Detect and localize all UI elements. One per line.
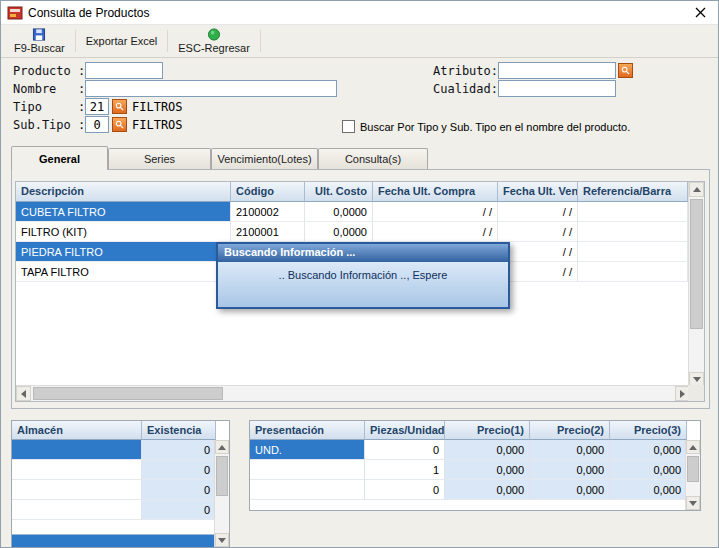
- close-button[interactable]: [682, 1, 718, 24]
- subtipo-code-input[interactable]: [85, 116, 109, 133]
- header-presentacion[interactable]: Presentación: [250, 421, 365, 440]
- scroll-thumb[interactable]: [690, 199, 703, 329]
- v-scrollbar[interactable]: [688, 182, 704, 387]
- nombre-label: Nombre :: [13, 82, 85, 96]
- scroll-up-button[interactable]: [215, 440, 229, 454]
- table-row[interactable]: 0: [12, 440, 216, 460]
- cell-fecha-venta: / /: [498, 202, 578, 222]
- cualidad-label: Cualidad:: [433, 82, 498, 96]
- table-row[interactable]: UND. 0 0,000 0,000 0,000: [250, 440, 687, 460]
- exportar-excel-label: Exportar Excel: [86, 35, 158, 47]
- cell-precio1: 0,000: [445, 440, 530, 460]
- scrollbar-corner: [688, 385, 704, 401]
- tab-series[interactable]: Series: [108, 148, 211, 169]
- header-precio1[interactable]: Precio(1): [445, 421, 530, 440]
- scroll-thumb[interactable]: [216, 456, 228, 496]
- cell-almacen: [12, 480, 142, 500]
- dialog-message: .. Buscando Información .., Espere: [218, 262, 508, 307]
- f9-buscar-button[interactable]: F9-Buscar: [5, 27, 74, 55]
- nombre-input[interactable]: [85, 80, 337, 97]
- scroll-left-button[interactable]: [16, 386, 31, 401]
- up-arrow-icon: [218, 445, 226, 450]
- producto-input[interactable]: [85, 62, 163, 79]
- toolbar-separator: [260, 30, 261, 52]
- atributo-search-button[interactable]: [618, 63, 633, 78]
- scroll-thumb[interactable]: [33, 387, 223, 400]
- toolbar-separator: [167, 30, 168, 52]
- table-row[interactable]: FILTRO (KIT) 2100001 0,0000 / / / /: [16, 222, 688, 242]
- header-referencia[interactable]: Referencia/Barra: [578, 182, 688, 202]
- cell-precio1: 0,000: [445, 460, 530, 480]
- tab-general-label: General: [39, 153, 80, 165]
- exportar-excel-button[interactable]: Exportar Excel: [77, 27, 167, 55]
- buscar-tipo-checkbox-row: Buscar Por Tipo y Sub. Tipo en el nombre…: [342, 120, 630, 133]
- tipo-label: Tipo :: [13, 100, 85, 114]
- table-row[interactable]: 1 0,000 0,000 0,000: [250, 460, 687, 480]
- subtipo-search-button[interactable]: [112, 117, 127, 132]
- subtipo-label: Sub.Tipo :: [13, 118, 85, 132]
- buscar-tipo-checkbox-label: Buscar Por Tipo y Sub. Tipo en el nombre…: [360, 121, 630, 133]
- cell-precio1: 0,000: [445, 480, 530, 500]
- cell-descripcion: FILTRO (KIT): [16, 222, 231, 242]
- table-row[interactable]: 0: [12, 500, 216, 520]
- header-precio2[interactable]: Precio(2): [530, 421, 610, 440]
- esc-regresar-button[interactable]: ESC-Regresar: [169, 27, 259, 55]
- header-ult-costo[interactable]: Ult. Costo: [305, 182, 373, 202]
- magnifier-icon: [621, 66, 630, 75]
- dialog-title: Buscando Información ...: [218, 244, 508, 262]
- cell-referencia: [578, 262, 688, 282]
- regresar-icon: [207, 28, 221, 41]
- buscando-dialog: Buscando Información ... .. Buscando Inf…: [216, 242, 510, 309]
- scroll-up-button[interactable]: [689, 182, 704, 197]
- cell-precio3: 0,000: [610, 480, 687, 500]
- down-arrow-icon: [689, 501, 697, 506]
- almacen-grid: Almacén Existencia 0 0 0 0: [11, 420, 230, 548]
- cell-descripcion: TAPA FILTRO: [16, 262, 231, 282]
- table-row[interactable]: 0: [12, 480, 216, 500]
- atributo-input[interactable]: [498, 62, 616, 79]
- header-codigo[interactable]: Código: [231, 182, 305, 202]
- toolbar-separator: [75, 30, 76, 52]
- v-scrollbar[interactable]: [685, 440, 700, 510]
- header-fecha-venta[interactable]: Fecha Ult. Venta: [498, 182, 578, 202]
- scroll-up-button[interactable]: [686, 440, 700, 454]
- header-existencia[interactable]: Existencia: [142, 421, 216, 440]
- window-title: Consulta de Productos: [28, 6, 149, 20]
- cell-codigo: 2100001: [231, 222, 305, 242]
- cell-referencia: [578, 242, 688, 262]
- tab-consultas[interactable]: Consulta(s): [318, 148, 428, 169]
- header-fecha-compra[interactable]: Fecha Ult. Compra: [373, 182, 498, 202]
- right-arrow-icon: [680, 390, 685, 398]
- header-almacen[interactable]: Almacén: [12, 421, 142, 440]
- esc-regresar-label: ESC-Regresar: [178, 42, 250, 54]
- tab-general[interactable]: General: [11, 146, 108, 170]
- table-row[interactable]: CUBETA FILTRO 2100002 0,0000 / / / /: [16, 202, 688, 222]
- cell-presentacion: UND.: [250, 440, 365, 460]
- scroll-down-button[interactable]: [686, 496, 700, 510]
- header-piezas-unidad[interactable]: Piezas/Unidad: [365, 421, 445, 440]
- up-arrow-icon: [693, 187, 701, 192]
- buscar-tipo-checkbox[interactable]: [342, 120, 355, 133]
- cell-presentacion: [250, 460, 365, 480]
- tab-consultas-label: Consulta(s): [345, 153, 401, 165]
- table-row[interactable]: 0: [12, 460, 216, 480]
- tipo-search-button[interactable]: [112, 99, 127, 114]
- table-row[interactable]: 0 0,000 0,000 0,000: [250, 480, 687, 500]
- cell-existencia: 0: [142, 500, 216, 520]
- scroll-thumb[interactable]: [687, 456, 699, 482]
- cualidad-input[interactable]: [498, 80, 616, 97]
- header-precio3[interactable]: Precio(3): [610, 421, 687, 440]
- titlebar: Consulta de Productos: [1, 1, 718, 25]
- producto-label: Producto :: [13, 64, 85, 78]
- cell-precio3: 0,000: [610, 460, 687, 480]
- v-scrollbar[interactable]: [214, 440, 229, 547]
- h-scrollbar[interactable]: [16, 385, 690, 401]
- scroll-down-button[interactable]: [215, 533, 229, 547]
- cell-fecha-compra: / /: [373, 202, 498, 222]
- cell-referencia: [578, 202, 688, 222]
- tipo-code-input[interactable]: [85, 98, 109, 115]
- header-descripcion[interactable]: Descripción: [16, 182, 231, 202]
- tab-vencimiento[interactable]: Vencimiento(Lotes): [211, 148, 318, 169]
- cell-descripcion: PIEDRA FILTRO: [16, 242, 231, 262]
- partial-selected-row[interactable]: [12, 534, 216, 548]
